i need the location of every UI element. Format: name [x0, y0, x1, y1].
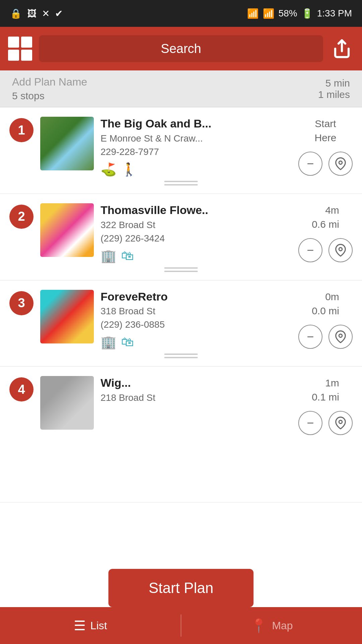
start-plan-overlay: Start Plan	[108, 569, 253, 607]
stop-image-2	[40, 203, 94, 257]
stop-name-4: Wig...	[101, 376, 292, 390]
plan-stops: 5 stops	[12, 90, 87, 102]
svg-point-3	[339, 334, 342, 337]
stop-details-3: ForeveRetro 318 Broad St (229) 236-0885 …	[101, 290, 292, 350]
remove-stop-3-button[interactable]: −	[298, 325, 322, 349]
share-button[interactable]	[330, 37, 354, 61]
remove-stop-1-button[interactable]: −	[298, 152, 322, 176]
stop-address-4: 218 Broad St	[101, 392, 292, 403]
golf-flag-icon: ⛳	[101, 162, 116, 177]
stop-image-1	[40, 117, 94, 170]
stop-item-4: 4 Wig... 218 Broad St 1m 0.1 mi −	[0, 367, 362, 502]
building-icon-3: 🏢	[101, 335, 116, 350]
svg-point-4	[339, 420, 342, 424]
stop-actions-1: StartHere −	[298, 117, 353, 176]
locate-stop-1-button[interactable]	[328, 152, 353, 176]
status-right-info: 📶 📶 58% 🔋 1:33 PM	[247, 8, 352, 19]
signal-icon: 📶	[263, 8, 275, 19]
drag-handle-2[interactable]	[9, 263, 353, 273]
status-bar: 🔒 🖼 ✕ ✔ 📶 📶 58% 🔋 1:33 PM	[0, 0, 362, 27]
stop-number-3: 3	[9, 291, 34, 315]
pin-icon-3	[334, 330, 347, 343]
stop-actions-3: 0m 0.0 mi −	[298, 290, 353, 349]
search-bar[interactable]: Search	[39, 35, 323, 62]
nav-map-label: Map	[272, 620, 293, 632]
battery-icon: 🔋	[301, 8, 313, 19]
stop-action-buttons-2: −	[298, 238, 353, 262]
pin-icon-4	[334, 417, 347, 429]
stop-phone-3: (229) 236-0885	[101, 319, 292, 330]
stop-actions-2: 4m 0.6 mi −	[298, 203, 353, 262]
stop-name-2: Thomasville Flowe..	[101, 203, 292, 217]
locate-stop-3-button[interactable]	[328, 325, 353, 349]
stop-address-2: 322 Broad St	[101, 220, 292, 230]
stop-image-3	[40, 290, 94, 343]
nav-map-button[interactable]: 📍 Map	[181, 607, 362, 644]
lock-icon: 🔒	[10, 8, 22, 19]
stop-phone-2: (229) 226-3424	[101, 233, 292, 244]
stop-action-buttons-1: −	[298, 152, 353, 176]
locate-stop-2-button[interactable]	[328, 238, 353, 262]
stop-dist-miles-4: 0.1 mi	[312, 390, 339, 404]
share-icon	[332, 39, 352, 59]
stop-name-1: The Big Oak and B...	[101, 117, 292, 130]
drag-handle-1[interactable]	[9, 177, 353, 187]
stop-dist-miles-3: 0.0 mi	[312, 304, 339, 318]
drag-handle-3[interactable]	[9, 350, 353, 360]
remove-stop-2-button[interactable]: −	[298, 238, 322, 262]
remove-stop-4-button[interactable]: −	[298, 411, 322, 435]
building-icon-2: 🏢	[101, 249, 116, 263]
stop-distance-2: 4m 0.6 mi	[312, 203, 339, 231]
plan-summary: Add Plan Name 5 stops 5 min 1 miles	[0, 70, 362, 107]
pin-icon	[334, 157, 347, 170]
grid-menu-icon[interactable]	[8, 37, 32, 61]
svg-point-1	[339, 161, 342, 164]
hiker-icon: 🚶	[121, 162, 137, 177]
plan-left: Add Plan Name 5 stops	[12, 76, 87, 102]
plan-miles: 1 miles	[318, 89, 350, 100]
plan-name[interactable]: Add Plan Name	[12, 76, 87, 88]
locate-stop-4-button[interactable]	[328, 411, 353, 435]
stop-distance-3: 0m 0.0 mi	[312, 290, 339, 318]
bottom-nav: ☰ List 📍 Map	[0, 607, 362, 644]
plan-time: 5 min	[318, 77, 350, 89]
stop-dist-time-3: 0m	[312, 290, 339, 304]
image-icon: 🖼	[27, 8, 37, 19]
stop-icons-2: 🏢 🛍	[101, 249, 292, 263]
stop-address-1: E Monroe St & N Craw...	[101, 133, 292, 144]
stop-dist-time-4: 1m	[312, 376, 339, 390]
map-icon: 📍	[250, 618, 267, 634]
stop-distance-4: 1m 0.1 mi	[312, 376, 339, 404]
pin-icon-2	[334, 244, 347, 257]
start-plan-button[interactable]: Start Plan	[108, 569, 253, 607]
stop-number-1: 1	[9, 118, 34, 142]
svg-point-2	[339, 248, 342, 251]
wifi-icon: 📶	[247, 8, 259, 19]
stop-item-2: 2 Thomasville Flowe.. 322 Broad St (229)…	[0, 194, 362, 280]
stop-address-3: 318 Broad St	[101, 306, 292, 317]
check-icon: ✔	[55, 8, 63, 19]
stop-details-1: The Big Oak and B... E Monroe St & N Cra…	[101, 117, 292, 177]
stop-start-label-1: StartHere	[314, 117, 336, 145]
stop-item-3: 3 ForeveRetro 318 Broad St (229) 236-088…	[0, 280, 362, 367]
stop-action-buttons-3: −	[298, 325, 353, 349]
list-icon: ☰	[74, 618, 86, 633]
shopping-bag-icon-3: 🛍	[121, 335, 134, 350]
stop-dist-time-2: 4m	[312, 203, 339, 217]
stop-icons-3: 🏢 🛍	[101, 335, 292, 350]
stop-icons-1: ⛳ 🚶	[101, 162, 292, 177]
stops-list: 1 The Big Oak and B... E Monroe St & N C…	[0, 107, 362, 607]
stop-image-4	[40, 376, 94, 430]
nav-list-button[interactable]: ☰ List	[0, 607, 181, 644]
close-icon: ✕	[42, 8, 50, 19]
stop-item: 1 The Big Oak and B... E Monroe St & N C…	[0, 107, 362, 194]
stop-phone-1: 229-228-7977	[101, 147, 292, 157]
shopping-bag-icon-2: 🛍	[121, 249, 134, 263]
plan-right: 5 min 1 miles	[318, 77, 350, 100]
nav-list-label: List	[90, 620, 107, 632]
stop-action-buttons-4: −	[298, 411, 353, 435]
stop-number-2: 2	[9, 205, 34, 229]
stop-details-2: Thomasville Flowe.. 322 Broad St (229) 2…	[101, 203, 292, 263]
search-label: Search	[161, 42, 201, 56]
stop-details-4: Wig... 218 Broad St	[101, 376, 292, 403]
